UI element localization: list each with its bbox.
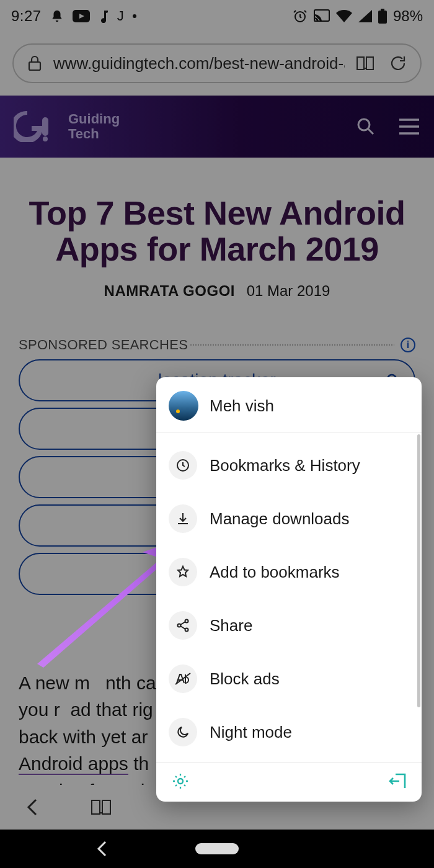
moon-icon	[169, 718, 197, 746]
nav-home-icon[interactable]	[195, 843, 239, 854]
svg-point-14	[178, 779, 183, 784]
menu-item-night-mode[interactable]: Night mode	[156, 705, 422, 759]
scrollbar[interactable]	[417, 434, 420, 707]
menu-item-block-ads[interactable]: Block ads	[156, 652, 422, 705]
settings-icon[interactable]	[171, 772, 190, 790]
android-nav-bar	[0, 830, 434, 868]
exit-icon[interactable]	[388, 772, 407, 790]
star-icon	[169, 558, 197, 586]
menu-item-downloads[interactable]: Manage downloads	[156, 492, 422, 545]
browser-menu-popup: Meh vish Bookmarks & History Manage down…	[156, 377, 422, 802]
nav-back-icon[interactable]	[96, 841, 108, 857]
menu-item-bookmarks-history[interactable]: Bookmarks & History	[156, 439, 422, 492]
account-name: Meh vish	[210, 396, 274, 416]
menu-account-row[interactable]: Meh vish	[156, 377, 422, 432]
share-icon	[169, 611, 197, 640]
menu-item-share[interactable]: Share	[156, 599, 422, 652]
block-ads-icon	[169, 664, 197, 693]
clock-icon	[169, 451, 197, 480]
download-icon	[169, 504, 197, 533]
menu-item-add-bookmark[interactable]: Add to bookmarks	[156, 545, 422, 599]
avatar	[169, 391, 198, 421]
